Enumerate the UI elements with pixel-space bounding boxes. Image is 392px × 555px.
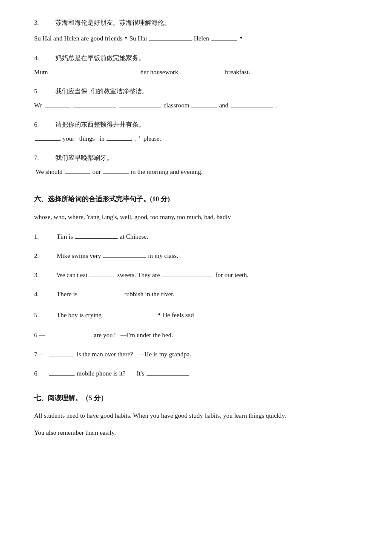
q7-en-our: our (92, 166, 101, 178)
q4-en-breakfast: breakfast. (225, 66, 250, 78)
q3-dot2: • (240, 31, 242, 45)
q5-blank3 (119, 100, 161, 107)
q3-dot: • (124, 31, 127, 45)
s6-q3-blank2 (162, 269, 213, 277)
q3-en-helen: Helen (194, 33, 209, 44)
q5-en-dot: . (275, 100, 277, 111)
s6-q7-blank (49, 349, 75, 356)
q4-num: 4. (34, 52, 47, 64)
question-4-chinese: 4. 妈妈总是在早饭前做完她家务。 (34, 52, 358, 64)
section7-text2: You also remember them easily. (34, 426, 358, 439)
s6-q3-after: for our teeth. (215, 269, 248, 281)
s6-q5-after: He feels sad (163, 309, 194, 321)
s6-q2-before: Mike swims very (57, 250, 101, 262)
q5-en-we: We (34, 100, 43, 111)
q3-en-suhai: Su Hai (130, 33, 147, 44)
q7-blank2 (103, 166, 129, 174)
q3-num: 3. (34, 17, 47, 29)
q5-en-and: and (219, 100, 228, 111)
q6-num: 6. (34, 119, 47, 130)
q3-english: Su Hai and Helen are good friends • Su H… (34, 31, 358, 45)
q4-en-mum: Mum (34, 66, 48, 78)
translation-section: 3. 苏海和海伦是好朋友。苏海很理解海伦。 Su Hai and Helen a… (34, 17, 358, 178)
s6-q5-row: 5. The boy is crying • He feels sad (34, 308, 358, 321)
q6-blank1 (35, 133, 61, 141)
s6-q7-row: 7— is the man over there? —He is my gran… (34, 349, 358, 360)
s6-q1-row: 1. Tim is at Chinese. (34, 231, 358, 243)
q7-en-weshould: We should (34, 166, 63, 178)
s6-q1-num: 1. (34, 231, 47, 243)
q3-blank2 (211, 33, 237, 40)
s6-q6-before: are you? —I'm under the bed. (94, 330, 173, 341)
section7-title: 七、阅读理解。（5 分） (34, 392, 358, 405)
s6-q3-row: 3. We can't eat sweets. They are for our… (34, 269, 358, 281)
q5-en-classroom: classroom (164, 100, 190, 111)
q7-blank1 (65, 166, 90, 174)
s6-q1: 1. Tim is at Chinese. (34, 231, 358, 243)
q7-num: 7. (34, 152, 47, 164)
q5-chinese-text: 我们应当保_们的教室洁净整洁。 (55, 86, 148, 97)
q4-blank3 (180, 66, 223, 74)
s6-q7-before: is the man over there? —He is my grandpa… (77, 349, 191, 360)
s6-q4: 4. There is rubbish in the river. (34, 289, 358, 300)
q6-en-dot: . ' please. (134, 133, 161, 145)
question-3-block: 3. 苏海和海伦是好朋友。苏海很理解海伦。 Su Hai and Helen a… (34, 17, 358, 45)
s6-q8-num: 6. (34, 368, 47, 379)
q4-english: Mum her housework breakfast. (34, 66, 358, 78)
question-7-chinese: 7. 我们应早晚都刷牙。 (34, 152, 358, 164)
q6-blank2 (107, 133, 132, 141)
s6-q3-before: We can't eat (57, 269, 87, 281)
q5-blank1 (45, 100, 70, 107)
s6-q2-after: in my class. (148, 250, 178, 262)
s6-q2-num: 2. (34, 250, 47, 262)
q5-english: We classroom and . (34, 100, 358, 111)
s6-q1-before: Tim is (57, 231, 73, 243)
s6-q8-blank1 (49, 368, 75, 376)
s6-q4-num: 4. (34, 289, 47, 300)
s6-q2: 2. Mike swims very in my class. (34, 250, 358, 262)
q6-en-your: your things in (63, 133, 104, 145)
s6-q5: 5. The boy is crying • He feels sad (34, 308, 358, 321)
s6-q6-row: 6 — are you? —I'm under the bed. (34, 330, 358, 341)
q3-blank1 (149, 33, 192, 40)
q4-chinese-text: 妈妈总是在早饭前做完她家务。 (55, 52, 145, 64)
question-3-chinese: 3. 苏海和海伦是好朋友。苏海很理解海伦。 (34, 17, 358, 29)
s6-q3-num: 3. (34, 269, 47, 281)
s6-q2-row: 2. Mike swims very in my class. (34, 250, 358, 262)
s6-q4-before: There is (57, 289, 78, 300)
s6-q3: 3. We can't eat sweets. They are for our… (34, 269, 358, 281)
s6-q5-before: The boy is crying (57, 309, 101, 321)
question-6-chinese: 6. 请把你的东西整顿得井井有条。 (34, 119, 358, 130)
s6-q3-middle: sweets. They are (117, 269, 160, 281)
s6-q6-num: 6 — (34, 330, 47, 341)
s6-q4-blank (80, 289, 122, 296)
q7-english: We should our in the morning and evening… (34, 166, 358, 178)
section7-text1: All students need to have good habits. W… (34, 409, 358, 422)
s6-q4-row: 4. There is rubbish in the river. (34, 289, 358, 300)
s6-q8-before: mobile phone is it? —It's (77, 368, 144, 379)
s6-q6-blank (49, 330, 92, 337)
s6-q3-blank1 (89, 269, 115, 277)
s6-q7: 7— is the man over there? —He is my gran… (34, 349, 358, 360)
section6: 六、选择所给词的合适形式完毕句子。(10 分) whose, who, wher… (34, 193, 358, 379)
s6-q1-blank (75, 231, 118, 239)
q5-blank5 (231, 100, 273, 107)
question-5-chinese: 5. 我们应当保_们的教室洁净整洁。 (34, 86, 358, 97)
s6-q8: 6. mobile phone is it? —It's (34, 368, 358, 379)
q6-english: your things in . ' please. (34, 133, 358, 145)
question-4-block: 4. 妈妈总是在早饭前做完她家务。 Mum her housework brea… (34, 52, 358, 78)
q5-blank2 (73, 100, 116, 107)
q5-blank4 (191, 100, 217, 107)
s6-q4-after: rubbish in the river. (124, 289, 174, 300)
q3-chinese-text: 苏海和海伦是好朋友。苏海很理解海伦。 (55, 17, 170, 29)
q7-chinese-text: 我们应早晚都刷牙。 (55, 152, 113, 164)
s6-q1-after: at Chinese. (120, 231, 148, 243)
s6-q5-blank (104, 309, 155, 317)
question-5-block: 5. 我们应当保_们的教室洁净整洁。 We classroom and . (34, 86, 358, 111)
q5-num: 5. (34, 86, 47, 97)
section6-wordlist: whose, who, where, Yang Ling's, well, go… (34, 211, 358, 223)
s6-q5-num: 5. (34, 309, 47, 321)
s6-q2-blank (103, 250, 146, 258)
q4-blank1 (50, 66, 93, 74)
section6-title: 六、选择所给词的合适形式完毕句子。(10 分) (34, 193, 358, 205)
